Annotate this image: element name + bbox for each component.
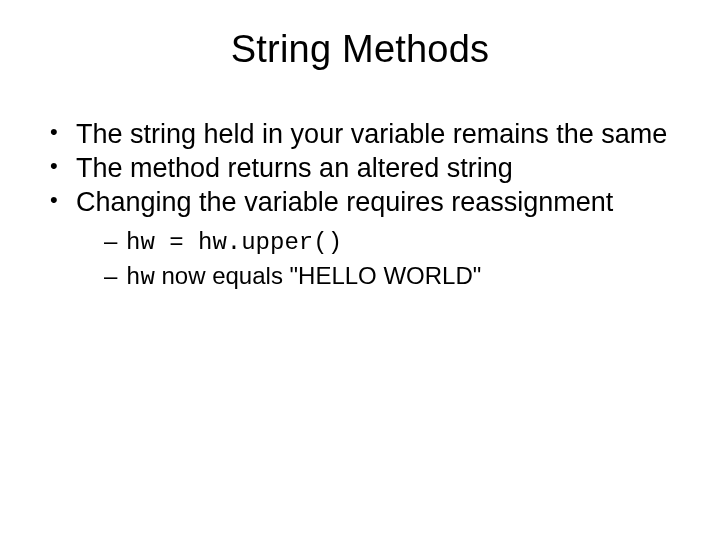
sub-bullet-item: hw now equals "HELLO WORLD" xyxy=(104,260,670,293)
bullet-item: Changing the variable requires reassignm… xyxy=(50,187,670,293)
sub-bullet-list: hw = hw.upper() hw now equals "HELLO WOR… xyxy=(104,225,670,293)
bullet-item: The method returns an altered string xyxy=(50,153,670,185)
sub-bullet-item: hw = hw.upper() xyxy=(104,225,670,258)
code-text: hw xyxy=(126,264,155,291)
slide-title: String Methods xyxy=(10,28,710,71)
bullet-list: The string held in your variable remains… xyxy=(50,119,670,293)
bullet-item: The string held in your variable remains… xyxy=(50,119,670,151)
code-text: hw = hw.upper() xyxy=(126,229,342,256)
bullet-text: Changing the variable requires reassignm… xyxy=(76,187,613,217)
sub-bullet-rest: now equals "HELLO WORLD" xyxy=(155,262,482,289)
